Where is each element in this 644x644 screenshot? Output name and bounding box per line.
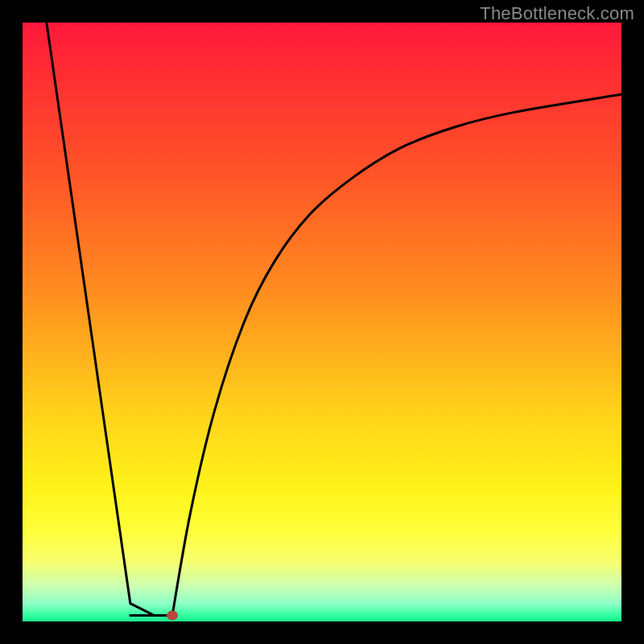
bottom-marker-dot (167, 611, 178, 621)
curve-layer (23, 23, 621, 621)
bottleneck-curve-right (172, 94, 621, 615)
bottleneck-curve-left (47, 23, 155, 616)
plot-area (23, 23, 621, 621)
watermark-text: TheBottleneck.com (480, 3, 634, 24)
chart-frame: TheBottleneck.com (0, 0, 644, 644)
